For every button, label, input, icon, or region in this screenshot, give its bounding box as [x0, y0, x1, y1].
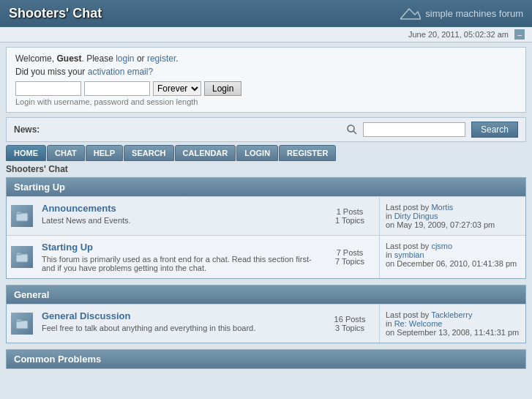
- category-name: Common Problems: [14, 354, 101, 365]
- nav-home[interactable]: HOME: [6, 145, 46, 161]
- newsbar: News: Search: [6, 117, 526, 142]
- lastpost-in[interactable]: Dirty Dingus: [394, 212, 438, 220]
- login-hint: Login with username, password and sessio…: [15, 97, 517, 106]
- guest-label: Guest: [56, 53, 81, 64]
- activation-text: Did you miss your activation email?: [15, 67, 517, 77]
- svg-rect-5: [16, 254, 28, 262]
- svg-rect-3: [16, 213, 28, 221]
- forum-desc: Latest News and Events.: [42, 216, 316, 225]
- lastpost-in-label: in: [386, 319, 392, 328]
- topic-count: 7 Topics: [325, 257, 375, 266]
- welcome-before: Welcome,: [15, 53, 56, 64]
- svg-rect-8: [16, 319, 21, 321]
- svg-rect-6: [16, 253, 21, 255]
- news-label: News:: [14, 124, 40, 135]
- smf-logo-icon: [400, 7, 421, 20]
- lastpost-in-label: in: [386, 250, 392, 259]
- lastpost-by-label: Last post by: [386, 242, 429, 250]
- post-count: 7 Posts: [325, 248, 375, 257]
- nav-chat[interactable]: CHAT: [47, 145, 85, 161]
- forum-desc: This forum is primarily used as a front …: [42, 255, 316, 272]
- search-button[interactable]: Search: [471, 122, 518, 138]
- forum-stats: 16 Posts 3 Topics: [321, 305, 379, 343]
- category-common-problems: Common Problems: [6, 349, 526, 369]
- folder-icon: [15, 209, 29, 223]
- lastpost-by[interactable]: Mortis: [431, 203, 453, 212]
- password-input[interactable]: [84, 81, 150, 96]
- topic-count: 1 Topics: [325, 216, 375, 225]
- forum-icon: [11, 205, 33, 227]
- forum-lastpost: Last post by Tackleberry in Re: Welcome …: [379, 305, 525, 343]
- nav-help[interactable]: HELP: [86, 145, 123, 161]
- search-icon-wrap: [347, 124, 357, 135]
- forum-lastpost: Last post by cjsmo in symbian on Decembe…: [379, 236, 525, 278]
- category-starting-up: Starting Up Announcements Latest News an…: [6, 177, 526, 279]
- login-row: Forever 1 Hour 1 Day 1 Week Login: [15, 81, 517, 96]
- collapse-button[interactable]: –: [514, 29, 525, 40]
- folder-icon: [15, 250, 29, 264]
- forum-name[interactable]: General Discussion: [42, 310, 130, 321]
- category-header: Starting Up: [7, 178, 525, 196]
- category-name: Starting Up: [14, 182, 65, 193]
- lastpost-in[interactable]: symbian: [394, 250, 424, 259]
- main-content: Starting Up Announcements Latest News an…: [6, 177, 526, 369]
- smf-logo: simple machines forum: [400, 7, 523, 20]
- username-input[interactable]: [15, 81, 81, 96]
- lastpost-by[interactable]: cjsmo: [431, 242, 452, 250]
- search-icon: [347, 124, 357, 135]
- lastpost-date: on May 19, 2009, 07:27:03 pm: [386, 220, 495, 229]
- forum-lastpost: Last post by Mortis in Dirty Dingus on M…: [379, 197, 525, 235]
- welcome-or: or: [135, 53, 147, 64]
- forum-icon: [11, 246, 33, 268]
- nav-search[interactable]: SEARCH: [124, 145, 173, 161]
- forum-info-cell: Announcements Latest News and Events.: [37, 197, 321, 235]
- folder-icon: [15, 317, 29, 330]
- svg-line-2: [353, 131, 356, 134]
- lastpost-by-label: Last post by: [386, 310, 429, 319]
- category-header: Common Problems: [7, 350, 525, 368]
- svg-rect-7: [16, 321, 28, 329]
- login-link[interactable]: login: [116, 53, 134, 64]
- post-count: 16 Posts: [325, 315, 375, 324]
- forum-desc: Feel free to talk about anything and eve…: [42, 324, 316, 332]
- lastpost-date: on December 06, 2010, 01:41:38 pm: [386, 259, 517, 268]
- site-header: Shooters' Chat simple machines forum: [0, 0, 532, 27]
- forum-stats: 7 Posts 7 Topics: [321, 236, 379, 278]
- forum-icon-cell: [7, 197, 37, 235]
- forum-row: General Discussion Feel free to talk abo…: [7, 304, 525, 343]
- welcome-box: Welcome, Guest. Please login or register…: [6, 47, 526, 113]
- lastpost-date: on September 13, 2008, 11:41:31 pm: [386, 328, 519, 337]
- category-general: General General Discussion Feel free to …: [6, 285, 526, 343]
- category-header: General: [7, 286, 525, 304]
- post-count: 1 Posts: [325, 207, 375, 216]
- category-name: General: [14, 289, 49, 300]
- nav-login[interactable]: LOGIN: [236, 145, 278, 161]
- register-link[interactable]: register: [147, 53, 176, 64]
- nav-calendar[interactable]: CALENDAR: [175, 145, 236, 161]
- lastpost-in-label: in: [386, 212, 392, 220]
- breadcrumb: Shooters' Chat: [6, 164, 526, 174]
- welcome-text: Welcome, Guest. Please login or register…: [15, 53, 517, 64]
- activation-link[interactable]: activation email?: [88, 67, 153, 77]
- lastpost-in[interactable]: Re: Welcome: [394, 319, 443, 328]
- session-select[interactable]: Forever 1 Hour 1 Day 1 Week: [153, 81, 201, 96]
- topbar: June 20, 2011, 05:02:32 am –: [0, 27, 532, 42]
- news-search-input[interactable]: [363, 122, 465, 137]
- nav-register[interactable]: REGISTER: [279, 145, 336, 161]
- nav: HOME CHAT HELP SEARCH CALENDAR LOGIN REG…: [6, 145, 526, 161]
- site-title: Shooters' Chat: [9, 6, 102, 21]
- forum-name[interactable]: Announcements: [42, 203, 116, 214]
- forum-icon-cell: [7, 236, 37, 278]
- lastpost-by[interactable]: Tackleberry: [431, 310, 472, 319]
- svg-marker-0: [400, 9, 421, 19]
- welcome-after: .: [176, 53, 178, 64]
- forum-row: Starting Up This forum is primarily used…: [7, 235, 525, 278]
- forum-row: Announcements Latest News and Events. 1 …: [7, 196, 525, 235]
- login-button[interactable]: Login: [204, 81, 241, 96]
- forum-icon: [11, 313, 33, 335]
- forum-name[interactable]: Starting Up: [42, 242, 93, 253]
- forum-stats: 1 Posts 1 Topics: [321, 197, 379, 235]
- datetime: June 20, 2011, 05:02:32 am: [408, 30, 509, 39]
- welcome-mid: . Please: [81, 53, 116, 64]
- topic-count: 3 Topics: [325, 324, 375, 332]
